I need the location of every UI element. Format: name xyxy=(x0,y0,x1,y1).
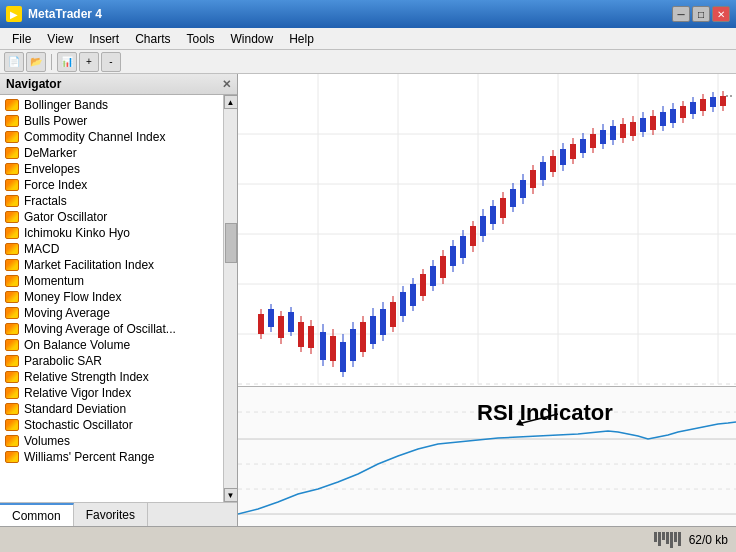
indicator-label: Force Index xyxy=(24,178,87,192)
list-item[interactable]: Ichimoku Kinko Hyo xyxy=(0,225,223,241)
list-item[interactable]: Stochastic Oscillator xyxy=(0,417,223,433)
indicator-label: Fractals xyxy=(24,194,67,208)
list-item[interactable]: Commodity Channel Index xyxy=(0,129,223,145)
toolbar-btn-zoom-in[interactable]: + xyxy=(79,52,99,72)
list-item[interactable]: Parabolic SAR xyxy=(0,353,223,369)
indicator-label: Stochastic Oscillator xyxy=(24,418,133,432)
list-item[interactable]: On Balance Volume xyxy=(0,337,223,353)
indicator-label: Market Facilitation Index xyxy=(24,258,154,272)
list-item[interactable]: Standard Deviation xyxy=(0,401,223,417)
tab-common[interactable]: Common xyxy=(0,503,74,526)
list-item[interactable]: Gator Oscillator xyxy=(0,209,223,225)
list-item[interactable]: Williams' Percent Range xyxy=(0,449,223,465)
indicator-label: Commodity Channel Index xyxy=(24,130,165,144)
indicator-label: Envelopes xyxy=(24,162,80,176)
status-bar: 62/0 kb xyxy=(0,526,736,552)
indicator-icon xyxy=(4,386,20,400)
indicator-label: Volumes xyxy=(24,434,70,448)
list-item[interactable]: Relative Vigor Index xyxy=(0,385,223,401)
indicator-icon xyxy=(4,354,20,368)
indicator-icon xyxy=(4,242,20,256)
maximize-button[interactable]: □ xyxy=(692,6,710,22)
scroll-up-button[interactable]: ▲ xyxy=(224,95,238,109)
indicator-icon xyxy=(4,194,20,208)
indicator-label: MACD xyxy=(24,242,59,256)
nav-list-container: Bollinger BandsBulls PowerCommodity Chan… xyxy=(0,95,237,502)
indicator-icon xyxy=(4,162,20,176)
app-icon: ▶ xyxy=(6,6,22,22)
list-item[interactable]: Money Flow Index xyxy=(0,289,223,305)
indicator-label: Gator Oscillator xyxy=(24,210,107,224)
toolbar-btn-new[interactable]: 📄 xyxy=(4,52,24,72)
bar-chart-icon xyxy=(654,532,681,548)
list-item[interactable]: Bollinger Bands xyxy=(0,97,223,113)
indicator-label: Bollinger Bands xyxy=(24,98,108,112)
menu-window[interactable]: Window xyxy=(223,30,282,48)
navigator-close-button[interactable]: ✕ xyxy=(222,78,231,91)
indicator-icon xyxy=(4,146,20,160)
menu-insert[interactable]: Insert xyxy=(81,30,127,48)
tab-favorites[interactable]: Favorites xyxy=(74,503,148,526)
indicator-label: Moving Average xyxy=(24,306,110,320)
list-item[interactable]: Moving Average of Oscillat... xyxy=(0,321,223,337)
indicator-icon xyxy=(4,434,20,448)
indicator-icon xyxy=(4,370,20,384)
navigator-title: Navigator xyxy=(6,77,61,91)
list-item[interactable]: Momentum xyxy=(0,273,223,289)
indicator-icon xyxy=(4,290,20,304)
scroll-down-button[interactable]: ▼ xyxy=(224,488,238,502)
menu-help[interactable]: Help xyxy=(281,30,322,48)
nav-scrollbar: ▲ ▼ xyxy=(223,95,237,502)
indicator-label: Ichimoku Kinko Hyo xyxy=(24,226,130,240)
list-item[interactable]: DeMarker xyxy=(0,145,223,161)
indicator-icon xyxy=(4,402,20,416)
chart-svg xyxy=(238,74,736,526)
indicator-icon xyxy=(4,226,20,240)
menu-file[interactable]: File xyxy=(4,30,39,48)
list-item[interactable]: Moving Average xyxy=(0,305,223,321)
nav-tabs: Common Favorites xyxy=(0,502,237,526)
indicator-icon xyxy=(4,178,20,192)
indicator-icon xyxy=(4,338,20,352)
list-item[interactable]: Volumes xyxy=(0,433,223,449)
main-layout: Navigator ✕ Bollinger BandsBulls PowerCo… xyxy=(0,74,736,526)
close-button[interactable]: ✕ xyxy=(712,6,730,22)
indicator-icon xyxy=(4,274,20,288)
title-text: MetaTrader 4 xyxy=(28,7,102,21)
list-item[interactable]: Bulls Power xyxy=(0,113,223,129)
menu-tools[interactable]: Tools xyxy=(179,30,223,48)
minimize-button[interactable]: ─ xyxy=(672,6,690,22)
memory-usage: 62/0 kb xyxy=(689,533,728,547)
toolbar-separator-1 xyxy=(51,54,52,70)
scroll-thumb xyxy=(225,223,237,263)
indicator-icon xyxy=(4,210,20,224)
list-item[interactable]: Envelopes xyxy=(0,161,223,177)
indicator-icon xyxy=(4,258,20,272)
svg-rect-110 xyxy=(238,387,736,526)
indicator-label: DeMarker xyxy=(24,146,77,160)
toolbar-btn-chart[interactable]: 📊 xyxy=(57,52,77,72)
menu-view[interactable]: View xyxy=(39,30,81,48)
menu-charts[interactable]: Charts xyxy=(127,30,178,48)
toolbar: 📄 📂 📊 + - xyxy=(0,50,736,74)
title-bar: ▶ MetaTrader 4 ─ □ ✕ xyxy=(0,0,736,28)
indicator-label: Standard Deviation xyxy=(24,402,126,416)
indicator-icon xyxy=(4,130,20,144)
indicator-icon xyxy=(4,322,20,336)
list-item[interactable]: Market Facilitation Index xyxy=(0,257,223,273)
indicator-label: Relative Vigor Index xyxy=(24,386,131,400)
indicator-label: Williams' Percent Range xyxy=(24,450,154,464)
list-item[interactable]: Fractals xyxy=(0,193,223,209)
indicator-icon xyxy=(4,418,20,432)
indicator-label: Moving Average of Oscillat... xyxy=(24,322,176,336)
toolbar-btn-open[interactable]: 📂 xyxy=(26,52,46,72)
toolbar-btn-zoom-out[interactable]: - xyxy=(101,52,121,72)
list-item[interactable]: Force Index xyxy=(0,177,223,193)
indicator-label: Money Flow Index xyxy=(24,290,121,304)
chart-area[interactable]: RSI Indicator xyxy=(238,74,736,526)
scroll-track[interactable] xyxy=(224,109,238,488)
list-item[interactable]: Relative Strength Index xyxy=(0,369,223,385)
list-item[interactable]: MACD xyxy=(0,241,223,257)
indicator-label: Bulls Power xyxy=(24,114,87,128)
indicator-list: Bollinger BandsBulls PowerCommodity Chan… xyxy=(0,95,223,502)
